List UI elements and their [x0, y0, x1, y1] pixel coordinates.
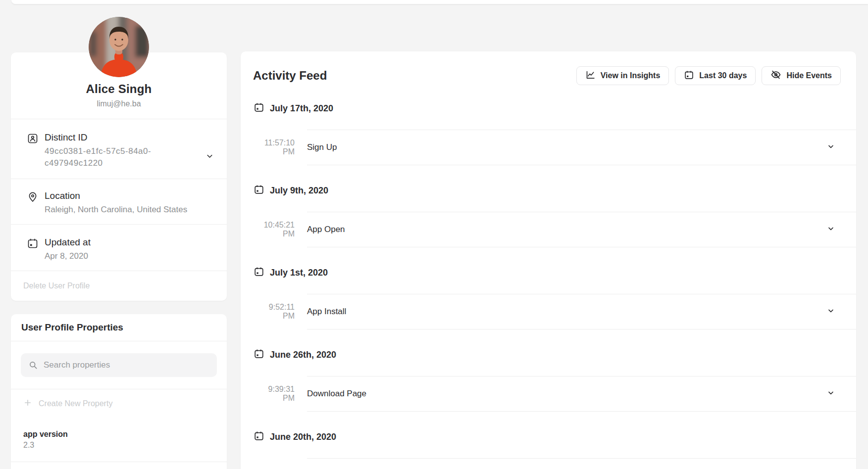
calendar-icon — [254, 102, 264, 115]
event-name: App Open — [307, 225, 345, 234]
eye-off-icon — [770, 69, 781, 82]
calendar-icon — [27, 237, 39, 249]
event-row[interactable]: 10:45:21 PMApp Open — [307, 212, 856, 247]
event-time: 10:45:21 PM — [255, 221, 295, 238]
event-name: Download Page — [307, 389, 366, 399]
calendar-icon — [254, 266, 264, 280]
create-new-property-button[interactable]: Create New Property — [11, 389, 227, 418]
calendar-icon — [254, 184, 264, 197]
profile-header: Alice Singh limuj@he.ba — [11, 52, 227, 119]
property-name: app version — [23, 430, 217, 439]
feed-date-label: June 20th, 2020 — [270, 432, 336, 442]
user-profile-properties-card: User Profile Properties Create New Prope… — [11, 314, 227, 469]
activity-feed-header: Activity Feed View in Insights — [241, 51, 856, 85]
activity-feed-card: Activity Feed View in Insights — [241, 51, 856, 469]
id-card-icon — [27, 133, 39, 144]
field-label: Location — [45, 190, 207, 201]
properties-title: User Profile Properties — [11, 314, 227, 341]
feed-date-label: July 17th, 2020 — [270, 103, 333, 114]
avatar — [89, 17, 149, 77]
feed-date-group: July 17th, 202011:57:10 PMSign Up — [241, 102, 856, 165]
chevron-down-icon[interactable] — [827, 307, 835, 317]
chevron-down-icon[interactable] — [827, 142, 835, 152]
search-icon — [28, 360, 38, 372]
insights-chart-icon — [585, 70, 596, 82]
event-name: Sign Up — [307, 142, 337, 152]
field-updated-at: Updated at Apr 8, 2020 — [11, 225, 227, 271]
event-row[interactable]: 9:52:11 PMApp Install — [307, 294, 856, 329]
feed-date-label: June 26th, 2020 — [270, 350, 336, 360]
feed-date-header: July 17th, 2020 — [241, 102, 856, 114]
delete-user-profile-button[interactable]: Delete User Profile — [11, 271, 227, 301]
property-item[interactable]: app version2.3 — [11, 418, 227, 462]
feed-date-group: June 20th, 2020 — [241, 431, 856, 469]
search-properties-input[interactable] — [21, 353, 217, 377]
calendar-icon — [684, 70, 694, 82]
plus-icon — [23, 398, 32, 409]
event-name: App Install — [307, 307, 346, 317]
view-in-insights-button[interactable]: View in Insights — [576, 66, 669, 85]
hide-events-button[interactable]: Hide Events — [762, 66, 841, 85]
view-in-insights-label: View in Insights — [601, 71, 661, 80]
updated-at-value: Apr 8, 2020 — [45, 250, 207, 262]
field-location: Location Raleigh, North Carolina, United… — [11, 179, 227, 225]
calendar-icon — [254, 430, 264, 444]
field-distinct-id: Distinct ID 49cc0381-e1fc-57c5-84a0-c497… — [11, 119, 227, 179]
top-bar-edge — [11, 0, 868, 4]
chevron-down-icon[interactable] — [827, 225, 835, 234]
hide-events-label: Hide Events — [786, 71, 832, 80]
chevron-down-icon[interactable] — [205, 152, 214, 162]
feed-date-group: July 9th, 202010:45:21 PMApp Open — [241, 185, 856, 247]
user-profile-card: Alice Singh limuj@he.ba Distinct ID 49cc… — [11, 52, 227, 301]
properties-list: app version2.3 — [11, 418, 227, 462]
field-label: Distinct ID — [45, 132, 207, 143]
feed-date-header: July 9th, 2020 — [241, 185, 856, 196]
field-label: Updated at — [45, 237, 207, 248]
location-pin-icon — [27, 191, 39, 203]
feed-date-label: July 9th, 2020 — [270, 186, 328, 196]
event-time: 9:52:11 PM — [255, 303, 295, 321]
calendar-icon — [254, 348, 264, 362]
profile-email: limuj@he.ba — [11, 99, 227, 108]
feed-date-group: July 1st, 20209:52:11 PMApp Install — [241, 267, 856, 329]
event-row[interactable]: 9:39:31 PMDownload Page — [307, 376, 856, 412]
feed-date-group: June 26th, 20209:39:31 PMDownload Page — [241, 349, 856, 412]
feed-date-header: June 26th, 2020 — [241, 349, 856, 361]
event-row[interactable]: 11:57:10 PMSign Up — [307, 130, 856, 165]
last-30-days-button[interactable]: Last 30 days — [675, 66, 756, 85]
properties-search-section — [11, 341, 227, 389]
avatar-image — [89, 17, 149, 77]
last-30-days-label: Last 30 days — [699, 71, 747, 80]
event-time: 9:39:31 PM — [255, 385, 295, 403]
activity-feed-title: Activity Feed — [253, 69, 327, 83]
activity-feed-list: July 17th, 202011:57:10 PMSign UpJuly 9t… — [241, 102, 856, 469]
feed-date-header: July 1st, 2020 — [241, 267, 856, 279]
feed-date-label: July 1st, 2020 — [270, 268, 328, 278]
create-new-property-label: Create New Property — [39, 399, 112, 408]
distinct-id-value: 49cc0381-e1fc-57c5-84a0-c497949c1220 — [45, 145, 188, 169]
event-row[interactable] — [307, 458, 856, 469]
property-value: 2.3 — [23, 441, 217, 450]
chevron-down-icon[interactable] — [827, 389, 835, 399]
event-time: 11:57:10 PM — [255, 139, 295, 156]
location-value: Raleigh, North Carolina, United States — [45, 204, 207, 216]
feed-date-header: June 20th, 2020 — [241, 431, 856, 443]
